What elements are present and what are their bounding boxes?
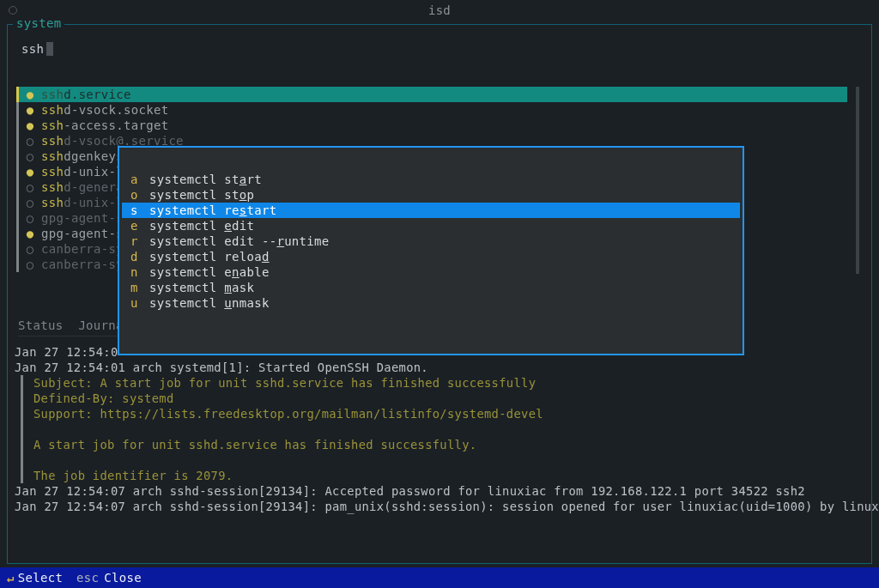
action-menu-key: r — [130, 234, 141, 248]
journal-line: Support: https://lists.freedesktop.org/m… — [21, 406, 859, 421]
panel-scope-label: system — [13, 16, 64, 30]
detail-tabs: Status Journal — [18, 318, 130, 336]
action-menu-item[interactable]: usystemctl unmask — [122, 295, 740, 311]
footer-select-label: Select — [18, 571, 63, 585]
action-menu-label: systemctl reload — [149, 250, 270, 264]
footer-close-label: Close — [104, 571, 142, 585]
action-menu-item[interactable]: rsystemctl edit --runtime — [122, 233, 740, 249]
action-menu-key: u — [130, 296, 141, 310]
journal-output[interactable]: Jan 27 12:54:0Jan 27 12:54:01 arch syste… — [15, 344, 859, 514]
action-menu-label: systemctl stop — [149, 188, 254, 202]
journal-line: A start job for unit sshd.service has fi… — [21, 437, 859, 452]
journal-line: Subject: A start job for unit sshd.servi… — [21, 375, 859, 391]
action-menu-label: systemctl mask — [149, 281, 254, 294]
action-menu-item[interactable]: nsystemctl enable — [122, 264, 740, 280]
journal-line: Jan 27 12:54:07 arch sshd-session[29134]… — [15, 499, 859, 514]
inactive-indicator-icon: ○ — [26, 211, 34, 225]
unit-list-item[interactable]: ●sshd.service — [16, 87, 847, 102]
action-menu-item[interactable]: osystemctl stop — [122, 187, 740, 203]
window-control-icon[interactable] — [9, 6, 17, 15]
action-menu-label: systemctl edit — [149, 219, 254, 233]
inactive-indicator-icon: ○ — [26, 242, 34, 256]
journal-line: Jan 27 12:54:07 arch sshd-session[29134]… — [15, 483, 859, 499]
unit-list-item[interactable]: ●ssh-access.target — [19, 118, 847, 133]
footer-hint-bar: ↵ Select esc Close — [0, 567, 879, 588]
action-menu-key: m — [130, 281, 141, 294]
action-menu-item[interactable]: ssystemctl restart — [122, 203, 740, 218]
action-menu-label: systemctl edit --runtime — [149, 234, 330, 248]
search-input-value: ssh — [21, 42, 44, 56]
journal-line: Jan 27 12:54:01 arch systemd[1]: Started… — [15, 360, 859, 375]
window-title: isd — [428, 3, 451, 17]
action-menu-key: d — [130, 250, 141, 264]
inactive-indicator-icon: ○ — [26, 134, 34, 148]
inactive-indicator-icon: ○ — [26, 258, 34, 271]
active-indicator-icon: ● — [26, 103, 34, 117]
text-cursor — [46, 42, 53, 56]
action-menu-label: systemctl restart — [149, 203, 276, 217]
active-indicator-icon: ● — [26, 118, 34, 132]
action-menu-key: e — [130, 219, 141, 233]
journal-line: Defined-By: systemd — [21, 391, 859, 406]
action-menu-item[interactable]: esystemctl edit — [122, 218, 740, 233]
action-menu-key: o — [130, 188, 141, 202]
tab-status[interactable]: Status — [18, 318, 63, 332]
action-menu-label: systemctl enable — [149, 265, 270, 279]
unit-list-item[interactable]: ●sshd-vsock.socket — [19, 102, 847, 118]
action-menu-item[interactable]: asystemctl start — [122, 172, 740, 187]
inactive-indicator-icon: ○ — [26, 149, 34, 163]
inactive-indicator-icon: ○ — [26, 196, 34, 209]
unit-name: ssh-access.target — [41, 118, 168, 132]
action-menu-item[interactable]: dsystemctl reload — [122, 249, 740, 264]
journal-line — [21, 421, 859, 437]
footer-esc-key: esc — [76, 571, 99, 585]
action-menu-item[interactable]: msystemctl mask — [122, 280, 740, 295]
action-menu-label: systemctl start — [149, 173, 262, 186]
action-menu-popup: asystemctl startosystemctl stopssystemct… — [118, 146, 744, 355]
inactive-indicator-icon: ○ — [26, 180, 34, 194]
action-menu-key: a — [130, 173, 141, 186]
action-menu-key: n — [130, 265, 141, 279]
window-titlebar: isd — [0, 0, 879, 21]
journal-line: The job identifier is 2079. — [21, 468, 859, 483]
action-menu-label: systemctl unmask — [149, 296, 270, 310]
action-menu-key: s — [130, 203, 141, 217]
active-indicator-icon: ● — [26, 165, 34, 179]
search-input[interactable]: ssh — [21, 42, 53, 56]
unit-name: sshd-vsock.socket — [41, 103, 168, 117]
unit-name: sshd.service — [41, 88, 131, 101]
unit-list-scrollbar[interactable] — [856, 87, 859, 274]
enter-key-icon: ↵ — [7, 571, 15, 585]
active-indicator-icon: ● — [26, 88, 34, 101]
active-indicator-icon: ● — [26, 227, 34, 240]
journal-line — [21, 452, 859, 468]
